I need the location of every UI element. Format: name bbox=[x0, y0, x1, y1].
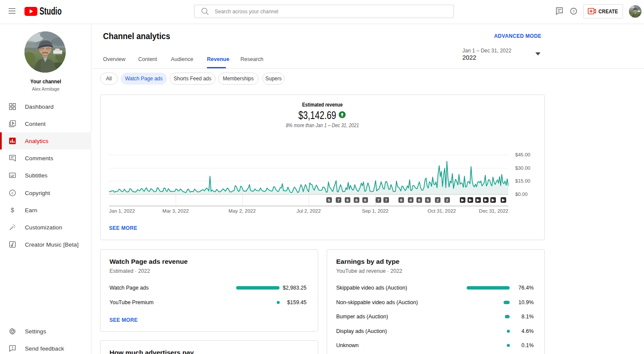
svg-text:c: c bbox=[12, 191, 14, 195]
svg-text:?: ? bbox=[572, 9, 574, 14]
svg-text:$: $ bbox=[11, 207, 14, 214]
